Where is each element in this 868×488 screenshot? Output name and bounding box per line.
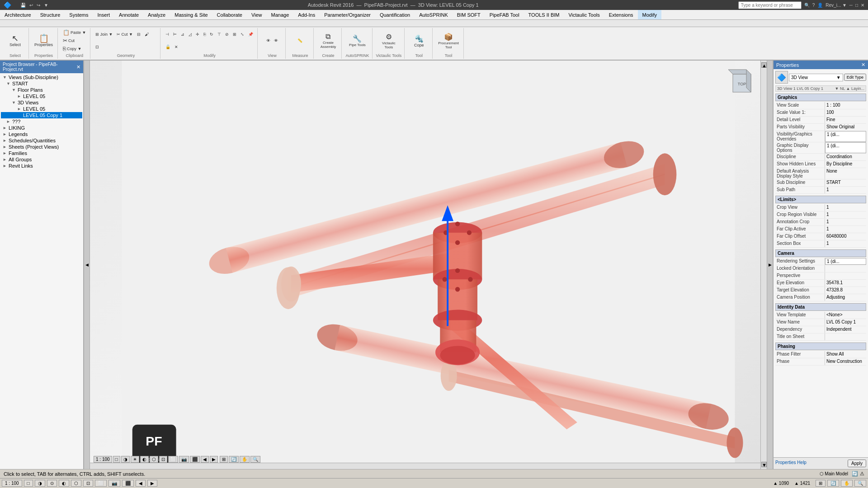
vg-value[interactable]: 1 (di... xyxy=(825,131,866,142)
fwd-btn[interactable]: ▶ xyxy=(147,480,157,487)
menu-structure[interactable]: Structure xyxy=(36,10,65,19)
annotation-crop-value[interactable]: 1 xyxy=(825,219,866,225)
shadows-btn[interactable]: ◐ xyxy=(59,480,69,487)
menu-paramorg[interactable]: Parameter/Organizer xyxy=(320,10,375,19)
menu-annotate[interactable]: Annotate xyxy=(114,10,143,19)
tree-schedules[interactable]: ► Schedules/Quantities xyxy=(1,137,82,144)
help-icon[interactable]: ? xyxy=(812,3,815,8)
paint-btn[interactable]: 🖌 xyxy=(143,32,150,37)
tree-legends[interactable]: ► Legends xyxy=(1,131,82,137)
far-clip-active-value[interactable]: 1 xyxy=(825,226,866,233)
unpin-btn[interactable]: 🔓 xyxy=(164,44,172,50)
menu-pipefab[interactable]: PipeFAB Tool xyxy=(485,10,524,19)
left-collapse-bar[interactable]: ◀ xyxy=(84,61,90,469)
pan-bottom-btn[interactable]: ✋ xyxy=(841,480,853,487)
menu-collaborate[interactable]: Collaborate xyxy=(212,10,247,19)
copy-btn[interactable]: ⎘ Copy ▼ xyxy=(61,45,83,52)
delete-btn[interactable]: ✕ xyxy=(173,44,179,50)
minimize-btn[interactable]: ─ xyxy=(849,3,853,8)
far-clip-offset-value[interactable]: 60480000 xyxy=(825,233,866,240)
type-dropdown[interactable]: 3D View ▼ xyxy=(789,74,843,81)
scroll-down-btn[interactable]: ▼ xyxy=(761,462,767,467)
offset-btn[interactable]: ⊢ xyxy=(172,32,178,37)
graphic-display-value[interactable]: 1 (di... xyxy=(825,142,866,153)
cut-geom-btn[interactable]: ✂ Cut ▼ xyxy=(115,32,134,37)
eye-elevation-value[interactable]: 35478.1 xyxy=(825,280,866,286)
view-cube[interactable]: TOP xyxy=(726,67,753,94)
phase-filter-value[interactable]: Show All xyxy=(825,351,866,358)
tree-start[interactable]: ▼ START xyxy=(1,80,82,87)
menu-modify[interactable]: Modify xyxy=(638,10,661,19)
section-box-bottom-btn[interactable]: ⬜ xyxy=(95,480,107,487)
3d-nav-btn[interactable]: ⬛ xyxy=(190,456,200,463)
sun-path-btn[interactable]: ⊙ xyxy=(47,480,57,487)
nav-btn[interactable]: ⬛ xyxy=(122,480,134,487)
zoom-region-btn[interactable]: ⊞ xyxy=(220,456,228,463)
menu-analyze[interactable]: Analyze xyxy=(143,10,170,19)
wireframe-btn[interactable]: □ xyxy=(113,456,120,463)
properties-btn[interactable]: 📋 Properties xyxy=(33,33,55,48)
title-on-sheet-value[interactable] xyxy=(825,333,866,340)
tree-3d-views[interactable]: ▼ 3D Views xyxy=(1,99,82,106)
close-project-browser-btn[interactable]: ✕ xyxy=(76,64,80,70)
cope-btn[interactable]: 🔩 Cope xyxy=(412,33,426,48)
menu-tools2bim[interactable]: TOOLS II BIM xyxy=(524,10,564,19)
rotate-btn[interactable]: ↻ xyxy=(208,32,215,37)
menu-systems[interactable]: Systems xyxy=(65,10,93,19)
section-box-value[interactable]: 1 xyxy=(825,240,866,247)
apply-btn[interactable]: Apply xyxy=(848,460,866,467)
search-input[interactable] xyxy=(738,1,802,9)
type-icon[interactable]: 🔷 xyxy=(775,71,788,84)
phase-value[interactable]: New Construction xyxy=(825,358,866,365)
array-btn[interactable]: ⊞ xyxy=(231,32,238,37)
create-assembly-btn[interactable]: ⧉ CreateAssembly xyxy=(319,32,338,50)
nav-wheel-bottom-btn[interactable]: 🔄 xyxy=(827,480,839,487)
align-btn[interactable]: ⊣ xyxy=(164,32,170,37)
render-region-btn[interactable]: ⬡ xyxy=(71,480,81,487)
zoom-next-btn[interactable]: ▶ xyxy=(210,456,218,463)
zoom-region-bottom-btn[interactable]: ⊞ xyxy=(816,480,826,487)
perspective-value[interactable] xyxy=(825,272,866,279)
crop-btn[interactable]: ⊡ xyxy=(159,456,167,463)
type-selector[interactable]: 3D View ▼ xyxy=(789,74,843,81)
tree-families[interactable]: ► Families xyxy=(1,150,82,156)
shadow-btn[interactable]: ◐ xyxy=(140,456,149,463)
view-name-value[interactable]: LVL 05 Copy 1 xyxy=(825,319,866,326)
camera-position-value[interactable]: Adjusting xyxy=(825,294,866,301)
measure-btn[interactable]: 📏 xyxy=(296,38,304,43)
render-btn[interactable]: ⬡ xyxy=(150,456,158,463)
sign-in[interactable]: Rev_i... ▼ xyxy=(826,3,847,8)
workset-label[interactable]: Main Model xyxy=(825,471,848,476)
crop-view-value[interactable]: 1 xyxy=(825,204,866,211)
move-btn[interactable]: ✛ xyxy=(194,32,201,37)
mirror-y-btn[interactable]: ◿ xyxy=(187,32,193,37)
select-btn[interactable]: ↖ Select xyxy=(8,33,23,48)
view-template-value[interactable]: <None> xyxy=(825,312,866,319)
tree-views-discipline[interactable]: ▼ Views (Sub-Discipline) xyxy=(1,74,82,80)
scale-btn[interactable]: ⤡ xyxy=(239,32,245,37)
procurement-btn[interactable]: 📦 ProcurementTool xyxy=(436,32,461,50)
zoom-prev-btn[interactable]: ◀ xyxy=(201,456,209,463)
rendering-settings-value[interactable]: 1 (di... xyxy=(825,258,866,265)
menu-architecture[interactable]: Architecture xyxy=(0,10,36,19)
wall-join-btn[interactable]: ⊟ xyxy=(136,32,142,37)
search-icon[interactable]: 🔍 xyxy=(804,3,810,8)
locked-orientation-value[interactable] xyxy=(825,265,866,272)
menu-manage[interactable]: Manage xyxy=(267,10,294,19)
back-btn[interactable]: ◀ xyxy=(136,480,146,487)
mirror-x-btn[interactable]: ⊿ xyxy=(179,32,186,37)
tree-level05[interactable]: ► LEVEL 05 xyxy=(1,106,82,112)
properties-help-link[interactable]: Properties Help xyxy=(775,460,807,465)
trim-btn[interactable]: ⊤ xyxy=(216,32,222,37)
detail-level-value[interactable]: Fine xyxy=(825,117,866,123)
zoom-bottom-btn[interactable]: 🔍 xyxy=(854,480,866,487)
hlr-btn[interactable]: ◑ xyxy=(35,480,45,487)
copy-modify-btn[interactable]: ⎘ xyxy=(202,32,207,37)
right-collapse-bar[interactable]: ▶ xyxy=(767,61,773,469)
split-btn[interactable]: ⊡ xyxy=(94,44,100,50)
close-properties-btn[interactable]: ✕ xyxy=(861,62,865,68)
tree-level05-copy1[interactable]: LEVEL 05 Copy 1 xyxy=(1,112,82,118)
tree-unknown[interactable]: ► ??? xyxy=(1,118,82,125)
quick-access-save[interactable]: 💾 xyxy=(20,3,26,8)
parts-vis-value[interactable]: Show Original xyxy=(825,124,866,131)
